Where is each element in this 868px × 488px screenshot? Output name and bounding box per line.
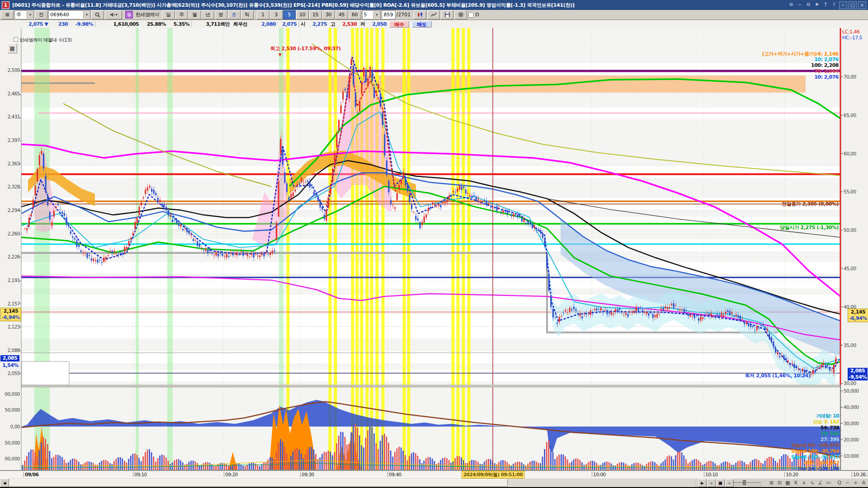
window-title: [0601] 주식종합차트 - 유통비율[11.8] 거래대금[3,710(백만…	[12, 2, 575, 9]
stop-icon[interactable]: ■	[716, 479, 725, 487]
help-icon[interactable]: ?	[830, 1, 838, 8]
session-high-annotation: 최고 2,530 (-17.59%, 09:37)	[270, 45, 340, 52]
legend-entry: Signal 150: -91,617	[791, 454, 839, 460]
ma75-annotation: 75: 2,064	[814, 68, 839, 74]
bar-total-label: /2701	[396, 12, 411, 18]
period-button-주[interactable]: 주	[175, 10, 188, 19]
play-icon[interactable]: ▶	[698, 479, 707, 487]
price-axis-label: 2,260	[2, 231, 20, 236]
minute-button-5[interactable]: 5	[283, 10, 296, 19]
sell-button[interactable]: 매도	[412, 21, 432, 28]
down-arrow-icon: ▼	[44, 21, 48, 27]
tool-icon-7[interactable]: ▭	[825, 479, 832, 487]
study-label: 한세엠케이 매물대 수(13)	[14, 37, 71, 43]
magnifier-icon[interactable]: Q	[835, 479, 843, 487]
ma100-annotation: 100: 2,208	[811, 62, 839, 68]
tool-icon-4[interactable]: ∧	[800, 479, 808, 487]
period-combo[interactable]: 주▾	[14, 10, 34, 19]
chevron-down-icon[interactable]: ▾	[83, 11, 90, 19]
right-yellow-price-box: 2,145-6,94%	[848, 309, 868, 322]
jun-button[interactable]: 전	[35, 10, 47, 19]
tool-icon-1[interactable]: ⊟	[776, 479, 783, 487]
minute-button-30[interactable]: 30	[322, 10, 335, 19]
gear-icon[interactable]	[454, 10, 467, 19]
percent-axis-label: 35,00	[844, 343, 856, 348]
tool-icon-5[interactable]: ∿	[808, 479, 816, 487]
close-icon[interactable]: ×	[858, 1, 866, 9]
auto-scale-icon[interactable]: A	[860, 479, 868, 487]
chart-window-icon[interactable]: ⊞	[1, 10, 14, 19]
trade-amount: 3,711백만	[193, 21, 230, 28]
chevron-down-icon[interactable]: ▾	[373, 11, 380, 19]
best-label: 최우선	[233, 21, 255, 28]
period-button-일[interactable]: 일	[162, 10, 175, 19]
minute-button-3[interactable]: 3	[270, 10, 283, 19]
minimize-icon[interactable]: ─	[839, 1, 847, 9]
period-button-분[interactable]: 분	[215, 10, 227, 19]
price-axis-label: 2,123	[2, 324, 20, 329]
line-chart-icon[interactable]	[427, 10, 440, 19]
legend-entry: 13: 315	[791, 431, 839, 436]
chart-area[interactable]: 한세엠케이 매물대 수(13) ▦ 2,5002,4652,4312,3972,…	[0, 28, 868, 470]
collapse-icon[interactable]: ─	[796, 1, 803, 8]
time-label: 09:20	[224, 472, 238, 477]
bar-index-box[interactable]: 859	[382, 10, 396, 19]
save-icon[interactable]	[441, 10, 453, 19]
zoom-in-icon[interactable]: +	[852, 479, 859, 487]
scroll-left-icon[interactable]: ◀	[0, 479, 9, 487]
crosshair-time-label: 2024/09/09(월) 09:51:00	[462, 471, 524, 479]
legend-entry: Signal 100: -95,764	[791, 448, 839, 454]
price-axis-label: 2,157	[2, 301, 20, 306]
period-button-년[interactable]: 년	[202, 10, 214, 19]
tool-icon-6[interactable]: ∠	[816, 479, 824, 487]
speed-slider[interactable]	[731, 479, 763, 487]
minute-button-1[interactable]: 1	[257, 10, 269, 19]
price-axis-label: 2,191	[2, 277, 20, 283]
tool-icon-2[interactable]: ▦	[784, 479, 792, 487]
period-button-틱[interactable]: 틱	[241, 10, 254, 19]
stock-code-input[interactable]: 069640▾	[48, 10, 90, 19]
minute-button-15[interactable]: 15	[309, 10, 322, 19]
low-price: 2,050	[367, 21, 387, 27]
time-label: 10:10	[704, 472, 718, 477]
tick-combo[interactable]: 5▾	[362, 10, 381, 19]
maximize-icon[interactable]: □	[849, 1, 857, 9]
tool-icon-0[interactable]: ⊞	[768, 479, 775, 487]
price-axis-label: 2,465	[2, 91, 20, 96]
legend-entry: 27: 395	[791, 436, 839, 442]
restore-icon[interactable]: ⧉	[805, 1, 812, 8]
candle-chart-icon[interactable]	[414, 10, 426, 19]
left-current-pct: 1,54%	[1, 362, 20, 369]
buy-button[interactable]: 매수	[389, 21, 409, 28]
left-yellow-price-box: 2,145-6,94%	[0, 308, 21, 321]
study-icon	[14, 37, 18, 42]
search-icon[interactable]	[91, 10, 104, 19]
stock-chart-window: 1 [0601] 주식종합차트 - 유통비율[11.8] 거래대금[3,710(…	[0, 0, 868, 488]
d-checkbox[interactable]	[468, 12, 474, 18]
indicator-legend: 거래량: 10단순 3: 16254: 73813: 31527: 395Sig…	[791, 413, 839, 472]
price-axis-label: 2,226	[2, 254, 20, 259]
pin-icon[interactable]: ⚑	[813, 1, 821, 8]
grid-toggle-button[interactable]: ▦	[7, 43, 17, 53]
d-label: D	[475, 12, 479, 18]
open-price: 2,275	[307, 21, 327, 27]
text-icon[interactable]: T	[822, 1, 829, 8]
period-button-초[interactable]: 초	[228, 10, 241, 19]
turnover-rate: 25.88%	[139, 21, 166, 27]
minute-button-10[interactable]: 10	[296, 10, 309, 19]
period-button-월[interactable]: 월	[189, 10, 201, 19]
chevron-down-icon[interactable]: ▾	[27, 11, 33, 19]
speaker-icon[interactable]: ▾	[105, 10, 122, 19]
scrollbar-track[interactable]	[9, 479, 694, 487]
scrollbar-thumb[interactable]	[9, 479, 508, 487]
indicator-axis-label: 0,00	[2, 424, 20, 429]
title-bar: 1 [0601] 주식종합차트 - 유통비율[11.8] 거래대금[3,710(…	[0, 0, 868, 10]
price-chart-canvas[interactable]	[0, 28, 868, 470]
popup-icon[interactable]: ⧉	[788, 1, 795, 8]
tool-icon-3[interactable]: K	[792, 479, 800, 487]
minute-button-60[interactable]: 60	[349, 10, 361, 19]
zoom-out-icon[interactable]: −	[844, 479, 851, 487]
minute-button-45[interactable]: 45	[335, 10, 348, 19]
rewind-icon[interactable]: «	[707, 479, 716, 487]
price-change: 230	[48, 21, 68, 27]
